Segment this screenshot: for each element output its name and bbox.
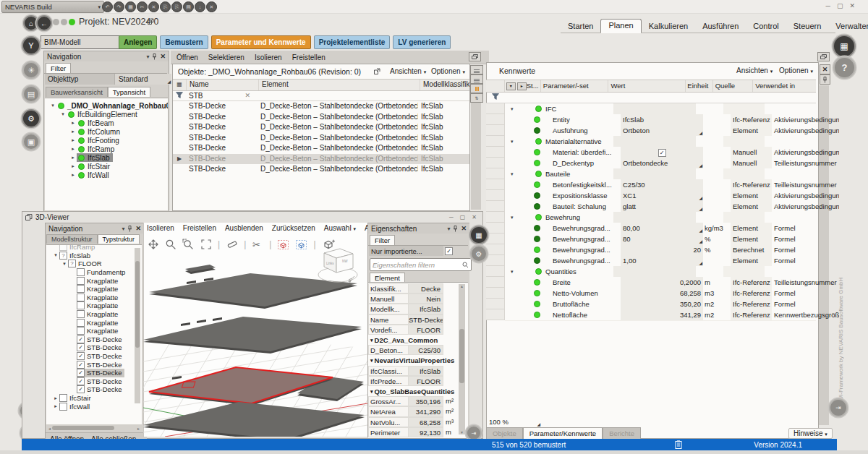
checkbox-unchecked-icon[interactable] (59, 394, 67, 402)
property-value[interactable]: FLOOR (409, 376, 443, 386)
kennwerte-row[interactable]: Breite0,2000mIfc-ReferenzTeilleistungsnu… (505, 277, 816, 288)
close-icon[interactable]: ✕ (820, 64, 830, 74)
row-handle[interactable] (486, 255, 505, 266)
row-handle[interactable] (486, 103, 505, 114)
chevron-right-icon[interactable]: ▸ (69, 137, 77, 143)
property-value[interactable]: Decke (409, 283, 443, 294)
menu-tab-ausführen[interactable]: Ausführen (695, 20, 746, 33)
list-view-icon[interactable] (470, 65, 483, 74)
tree-item[interactable]: ▸IfcStair (52, 394, 93, 403)
close-icon[interactable]: ✕ (849, 2, 855, 9)
property-row[interactable]: Perimeter92,130m (368, 427, 469, 437)
column-header-element[interactable]: Element (258, 80, 420, 90)
tab-filter[interactable]: Filter (370, 235, 395, 245)
row-handle[interactable] (486, 125, 505, 136)
menu-tab-planen[interactable]: Planen (600, 19, 641, 33)
table-row[interactable]: STB-DeckeD_Decke-Beton – Stahlbetondecke… (173, 112, 469, 123)
property-row[interactable]: NameSTB-Decke (368, 314, 469, 325)
property-value[interactable]: IfcSlab (409, 304, 443, 314)
pin-icon[interactable] (152, 53, 157, 60)
row-handle[interactable] (173, 164, 186, 175)
cell-wert[interactable]: 341,29 (621, 309, 703, 320)
tab-modellstruktur[interactable]: Modellstruktur (46, 234, 98, 244)
tree-item[interactable]: ▾IfcBuildingElement (59, 110, 140, 119)
chevron-down-icon[interactable]: ▾ (370, 335, 373, 345)
chevron-down-icon[interactable]: ▾ (505, 103, 531, 114)
property-value[interactable]: IfcSlab (409, 366, 443, 376)
close-icon[interactable]: ✕ (135, 225, 141, 232)
app-version-selector[interactable]: NEVARIS Build ▾ (1, 1, 104, 13)
clipboard-icon[interactable] (675, 440, 682, 449)
checkbox-indeterminate-icon[interactable]: ? (59, 252, 67, 260)
kennwerte-group-row[interactable]: ▾Quantities (505, 266, 816, 278)
hinweise-button[interactable]: Hinweise ▾ (788, 428, 833, 439)
checkbox-checked-icon[interactable]: ✓ (77, 377, 85, 385)
close-icon[interactable]: ✕ (160, 53, 166, 60)
cell-wert[interactable]: 1,00◢ (621, 255, 703, 266)
cell-wert[interactable]: XC1◢ (621, 190, 703, 201)
chevron-right-icon[interactable]: ▸ (69, 146, 77, 152)
property-row[interactable]: ManuellNein (368, 294, 469, 304)
kennwerte-row[interactable]: Bauteil: Schalungglatt◢ElementAktivierun… (505, 201, 816, 213)
table-row[interactable]: STB-DeckeD_Decke-Beton – Stahlbetondecke… (173, 122, 469, 133)
property-row[interactable]: IfcPrede...FLOOR (368, 376, 469, 386)
quick-access-button[interactable]: ✕ (148, 1, 159, 12)
chevron-down-icon[interactable]: ▾ (122, 226, 124, 232)
tree-item[interactable]: Kragplatte (69, 285, 120, 294)
kennwerte-row[interactable]: EntityIfcSlabIfc-ReferenzAktivierungsbed… (505, 114, 816, 126)
menu-tab-verwalten[interactable]: Verwalten (828, 20, 868, 33)
tree-item[interactable]: ✓STB-Decke (69, 360, 124, 369)
cell-wert[interactable] (613, 103, 696, 114)
property-row[interactable]: D_Beton...C25/30 (368, 345, 469, 355)
toolbar-menu-isolieren[interactable]: Isolieren (255, 53, 282, 61)
cell-wert[interactable]: 80,00◢ (621, 223, 703, 234)
menu-tab-kalkulieren[interactable]: Kalkulieren (642, 20, 695, 33)
property-row[interactable]: NetArea341,290m² (368, 406, 469, 416)
row-handle[interactable] (173, 101, 186, 112)
optionen-menu[interactable]: Optionen ▾ (431, 67, 465, 75)
row-handle[interactable] (486, 309, 505, 320)
expand-all-icon[interactable]: ▸ (517, 82, 527, 90)
row-handle[interactable] (486, 223, 505, 234)
checkbox-checked-icon[interactable]: ✓ (658, 149, 666, 157)
chevron-down-icon[interactable]: ▾ (49, 103, 56, 108)
toolbar-menu-freistellen[interactable]: Freistellen (292, 53, 326, 61)
cell-wert[interactable]: Ortbetondecke◢ (621, 158, 703, 168)
toolbar-menu-selektieren[interactable]: Selektieren (208, 53, 244, 61)
row-handle[interactable] (173, 112, 186, 123)
chevron-right-icon[interactable]: ▸ (69, 163, 77, 169)
cell-wert[interactable] (613, 212, 696, 223)
table-row[interactable]: STB-DeckeD_Decke-Beton – Stahlbetondecke… (173, 164, 469, 175)
property-row[interactable]: IfcClassi...IfcSlab (368, 366, 469, 376)
column-header-status[interactable]: St... (527, 80, 540, 92)
tree-item[interactable]: ✓STB-Decke (69, 352, 124, 361)
chevron-down-icon[interactable]: ▾ (370, 387, 373, 396)
checkbox-unchecked-icon[interactable] (77, 310, 85, 318)
row-handle[interactable] (486, 201, 505, 212)
viewport-menu-auswahl[interactable]: Auswahl ▾ (324, 224, 356, 232)
checkbox-indeterminate-icon[interactable]: ? (68, 260, 76, 267)
tab-filter[interactable]: Filter (46, 63, 71, 73)
zoom-fit-icon[interactable] (200, 239, 212, 250)
checkbox-unchecked-icon[interactable] (59, 403, 67, 411)
row-handle[interactable] (486, 179, 505, 190)
settings-gear-button[interactable]: ⚙ (470, 245, 488, 262)
quick-access-button[interactable]: ✂ (137, 1, 148, 12)
kennwerte-group-row[interactable]: ▾Bauteile (505, 168, 816, 180)
kennwerte-row[interactable]: Bruttofläche350,20m2Ifc-ReferenzFormel (505, 299, 816, 310)
tree-item[interactable]: Kragplatte (69, 318, 120, 327)
checkbox-checked-icon[interactable]: ✓ (77, 343, 85, 351)
minimize-icon[interactable]: ─ (826, 2, 830, 9)
status-dot-gray-2[interactable] (61, 19, 67, 25)
ribbon-button[interactable]: LV generieren (393, 35, 451, 49)
tree-item[interactable]: Kragplatte (69, 294, 120, 302)
properties-group-row[interactable]: ▾Qto_SlabBaseQuantities (368, 386, 469, 396)
checkbox-unchecked-icon[interactable] (59, 244, 67, 251)
ansichten-menu[interactable]: Ansichten ▾ (736, 67, 773, 74)
cell-wert[interactable]: 80◢ (621, 234, 703, 244)
checkbox-unchecked-icon[interactable] (77, 268, 85, 276)
tree-item[interactable]: ▸IfcSlab (69, 153, 113, 162)
row-handle[interactable] (486, 277, 505, 288)
tree-item[interactable]: Kragplatte (69, 327, 120, 335)
tree-item[interactable]: ▸IfcColumn (69, 127, 123, 136)
